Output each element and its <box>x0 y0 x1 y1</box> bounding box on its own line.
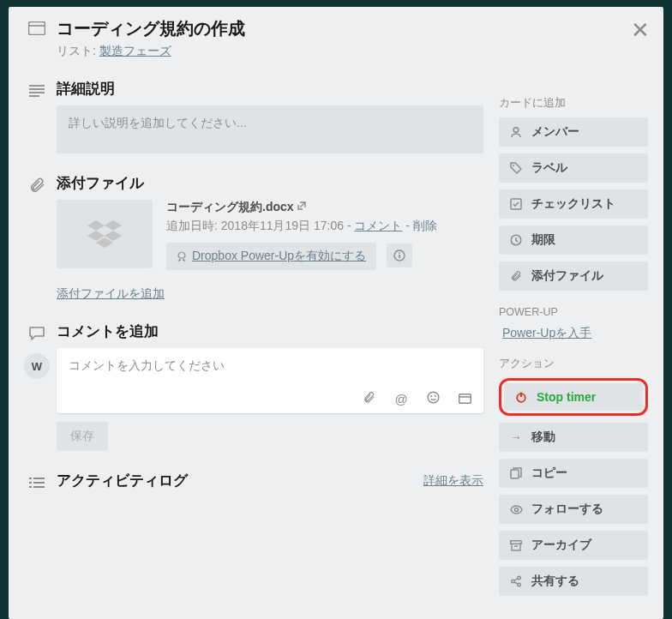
add-to-card-group: カードに追加 メンバー ラベル チェックリスト 期限 添付ファイル <box>499 96 648 291</box>
paperclip-icon <box>509 270 523 282</box>
description-icon <box>27 81 46 100</box>
comment-input[interactable]: コメントを入力してください <box>69 358 471 391</box>
svg-point-21 <box>513 165 514 166</box>
card-embed-icon[interactable] <box>459 392 471 406</box>
move-button[interactable]: →移動 <box>499 423 648 452</box>
mention-icon[interactable]: @ <box>394 392 407 406</box>
activity-section: アクティビティログ 詳細を表示 <box>24 472 483 490</box>
add-attachment-link[interactable]: 添付ファイルを追加 <box>57 286 165 300</box>
svg-point-9 <box>428 392 439 403</box>
power-icon <box>514 391 528 403</box>
show-details-link[interactable]: 詳細を表示 <box>423 473 483 489</box>
comment-heading: コメントを追加 <box>57 322 483 341</box>
attach-file-icon[interactable] <box>363 392 375 406</box>
arrow-right-icon: → <box>509 430 523 444</box>
stop-timer-button[interactable]: Stop timer <box>504 383 643 411</box>
comment-box: コメントを入力してください @ <box>57 348 483 413</box>
archive-icon <box>509 540 523 551</box>
follow-button[interactable]: フォローする <box>499 495 648 524</box>
attachments-heading: 添付ファイル <box>57 174 483 193</box>
copy-icon <box>509 467 523 479</box>
card-modal: ✕ コーディング規約の作成 リスト: 製造フェーズ 詳細説明 詳しい説明を追加し… <box>9 7 663 619</box>
list-link[interactable]: 製造フェーズ <box>99 44 171 57</box>
card-icon <box>27 19 46 38</box>
svg-point-20 <box>513 128 519 133</box>
info-icon <box>393 249 405 261</box>
attachment-delete-link[interactable]: 削除 <box>413 219 437 232</box>
person-icon <box>509 126 523 138</box>
main-column: コーディング規約の作成 リスト: 製造フェーズ 詳細説明 詳しい説明を追加してく… <box>24 17 483 602</box>
attachment-name[interactable]: コーディング規約.docx <box>166 200 294 213</box>
due-date-button[interactable]: 期限 <box>499 225 648 255</box>
external-link-icon <box>297 200 307 213</box>
comment-section: コメントを追加 W コメントを入力してください @ 保存 <box>24 322 483 451</box>
svg-point-11 <box>435 395 436 397</box>
get-powerup-link[interactable]: Power-Upを入手 <box>499 326 591 340</box>
description-heading: 詳細説明 <box>57 80 483 99</box>
activity-icon <box>27 473 46 492</box>
clock-icon <box>509 234 523 246</box>
svg-rect-28 <box>511 540 521 544</box>
add-to-card-heading: カードに追加 <box>499 96 648 111</box>
powerup-heading: POWER-UP <box>499 306 648 318</box>
copy-button[interactable]: コピー <box>499 459 648 488</box>
actions-group: アクション Stop timer →移動 コピー フォローする アーカイブ 共有… <box>499 357 648 596</box>
svg-line-32 <box>514 579 518 580</box>
svg-line-33 <box>514 582 518 584</box>
actions-heading: アクション <box>499 357 648 371</box>
attachment-thumbnail[interactable] <box>57 200 153 268</box>
svg-point-10 <box>430 395 432 397</box>
share-button[interactable]: 共有する <box>499 567 648 596</box>
save-comment-button[interactable]: 保存 <box>57 422 108 451</box>
attachments-section: 添付ファイル コーディング規約.docx 追加日時: 2018年 <box>24 174 483 302</box>
stop-timer-highlight: Stop timer <box>499 378 648 416</box>
enable-dropbox-button[interactable]: Dropbox Power-Upを有効にする <box>166 243 376 270</box>
comment-tools: @ <box>69 391 471 406</box>
rocket-icon <box>177 251 187 261</box>
comment-icon <box>27 324 46 343</box>
svg-rect-26 <box>511 470 519 478</box>
attachment-comment-link[interactable]: コメント <box>354 219 402 232</box>
avatar[interactable]: W <box>24 353 50 379</box>
sidebar: カードに追加 メンバー ラベル チェックリスト 期限 添付ファイル POWER-… <box>499 17 648 602</box>
dropbox-icon <box>87 219 122 249</box>
attachment-meta: コーディング規約.docx 追加日時: 2018年11月19日 17:06 - … <box>166 200 483 270</box>
checklist-icon <box>509 198 523 210</box>
close-icon[interactable]: ✕ <box>631 19 650 41</box>
attachment-item: コーディング規約.docx 追加日時: 2018年11月19日 17:06 - … <box>57 200 483 270</box>
attachment-button[interactable]: 添付ファイル <box>499 261 648 291</box>
attachment-icon <box>27 176 46 195</box>
emoji-icon[interactable] <box>427 392 440 406</box>
title-section: コーディング規約の作成 リスト: 製造フェーズ <box>24 17 483 59</box>
checklist-button[interactable]: チェックリスト <box>499 189 648 219</box>
description-input[interactable]: 詳しい説明を追加してください... <box>57 105 483 153</box>
tag-icon <box>509 162 523 174</box>
attachment-time: 追加日時: 2018年11月19日 17:06 - コメント - 削除 <box>166 219 483 234</box>
svg-point-27 <box>514 508 518 511</box>
svg-rect-0 <box>29 22 45 35</box>
members-button[interactable]: メンバー <box>499 117 648 147</box>
attachment-info-button[interactable] <box>387 243 412 267</box>
list-line: リスト: 製造フェーズ <box>57 44 483 59</box>
eye-icon <box>509 505 523 514</box>
svg-point-8 <box>399 252 400 254</box>
svg-rect-12 <box>459 394 471 404</box>
share-icon <box>509 575 523 587</box>
archive-button[interactable]: アーカイブ <box>499 531 648 560</box>
description-section: 詳細説明 詳しい説明を追加してください... <box>24 80 483 153</box>
activity-heading: アクティビティログ <box>57 472 188 490</box>
card-title[interactable]: コーディング規約の作成 <box>57 17 483 40</box>
powerup-group: POWER-UP Power-Upを入手 <box>499 306 648 341</box>
labels-button[interactable]: ラベル <box>499 153 648 183</box>
